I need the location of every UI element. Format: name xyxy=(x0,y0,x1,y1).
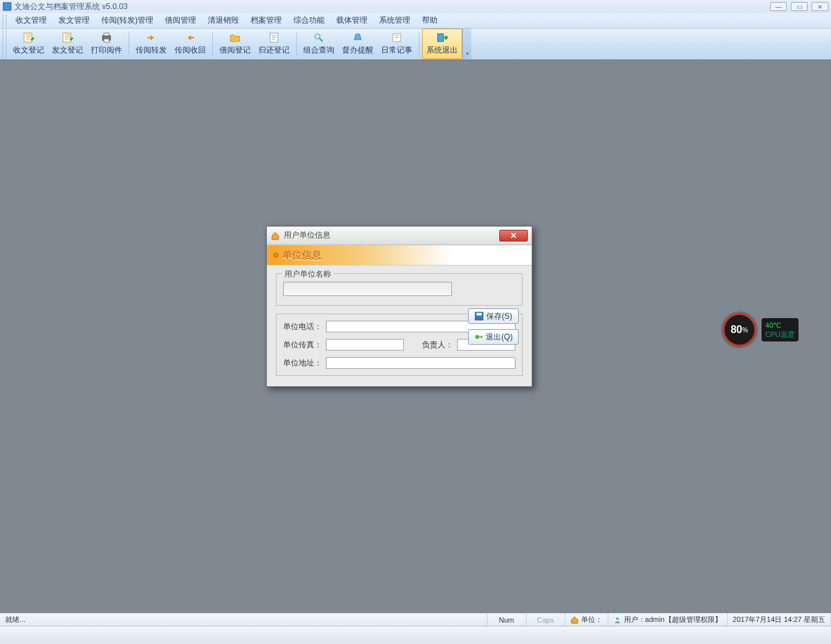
svg-point-12 xyxy=(475,335,479,339)
arrow-right-icon xyxy=(145,32,157,43)
toolbar: 收文登记 发文登记 打印阅件 传阅转发 传阅收回 借阅登记 归还登记 组合查询 … xyxy=(0,29,831,60)
toolbar-btn-return[interactable]: 归还登记 xyxy=(254,29,293,59)
section-header: 单位信息 xyxy=(267,245,532,266)
home-icon xyxy=(571,616,578,624)
home-icon xyxy=(271,231,280,240)
status-datetime: 2017年7月14日 14:27 星期五 xyxy=(728,613,831,626)
toolbar-btn-query[interactable]: 组合查询 xyxy=(299,29,338,59)
toolbar-label: 发文登记 xyxy=(52,45,83,56)
svg-point-7 xyxy=(315,34,320,39)
svg-rect-2 xyxy=(63,33,71,42)
toolbar-separator xyxy=(296,32,297,55)
toolbar-separator xyxy=(419,32,419,55)
menu-item[interactable]: 档案管理 xyxy=(245,13,287,28)
org-info-dialog: 用户单位信息 ✕ 单位信息 用户单位名称 保存(S) 退出(Q) xyxy=(266,226,532,387)
fieldset-legend: 用户单位名称 xyxy=(282,269,334,280)
toolbar-separator xyxy=(129,32,129,55)
menu-bar: 收文管理 发文管理 传阅(转发)管理 借阅管理 清退销毁 档案管理 综合功能 载… xyxy=(0,13,831,29)
toolbar-btn-diary[interactable]: 日常记事 xyxy=(377,29,416,59)
status-bar: 就绪... Num Caps 单位： 用户： admin【超级管理权限】 201… xyxy=(0,613,831,626)
menu-item[interactable]: 综合功能 xyxy=(288,13,330,28)
menu-item[interactable]: 借阅管理 xyxy=(160,13,201,28)
svg-point-13 xyxy=(616,617,619,620)
window-titlebar: 文迪公文与档案管理系统 v5.0.03 — ▭ ✕ xyxy=(0,0,831,13)
dialog-titlebar[interactable]: 用户单位信息 ✕ xyxy=(267,227,532,245)
cpu-temp-widget: 80% 40℃ CPU温度 xyxy=(723,313,799,347)
menu-item[interactable]: 传阅(转发)管理 xyxy=(96,13,158,28)
section-title: 单位信息 xyxy=(282,249,321,262)
status-user-label: 用户： xyxy=(624,615,645,625)
toolbar-label: 传阅收回 xyxy=(175,45,206,56)
fax-label: 单位传真： xyxy=(283,340,322,351)
status-caps: Caps xyxy=(527,613,565,626)
cpu-usage-ring: 80% xyxy=(723,313,756,347)
bell-icon xyxy=(352,32,364,43)
menu-item[interactable]: 发文管理 xyxy=(53,13,95,28)
org-name-input[interactable] xyxy=(283,282,452,296)
status-num: Num xyxy=(488,613,527,626)
svg-rect-5 xyxy=(104,39,109,42)
menu-item[interactable]: 收文管理 xyxy=(10,13,52,28)
toolbar-btn-print[interactable]: 打印阅件 xyxy=(87,29,126,59)
toolbar-btn-borrow[interactable]: 借阅登记 xyxy=(216,29,254,59)
toolbar-label: 收文登记 xyxy=(13,45,44,56)
toolbar-btn-recall[interactable]: 传阅收回 xyxy=(171,29,210,59)
bullet-icon xyxy=(273,253,279,258)
status-user-value: admin【超级管理权限】 xyxy=(645,615,722,625)
print-icon xyxy=(101,32,112,43)
cpu-pct: 80 xyxy=(730,324,742,336)
menu-item[interactable]: 载体管理 xyxy=(331,13,373,28)
status-user: 用户： admin【超级管理权限】 xyxy=(608,613,728,626)
toolbar-btn-exit[interactable]: 系统退出 xyxy=(422,29,462,59)
toolbar-grip xyxy=(3,29,6,59)
svg-rect-11 xyxy=(477,313,482,316)
toolbar-btn-forward[interactable]: 传阅转发 xyxy=(132,29,171,59)
toolbar-label: 借阅登记 xyxy=(219,45,251,56)
svg-rect-0 xyxy=(3,3,11,10)
exit-label: 退出(Q) xyxy=(486,332,512,343)
toolbar-label: 归还登记 xyxy=(258,45,290,56)
save-label: 保存(S) xyxy=(486,311,512,322)
toolbar-overflow[interactable]: ▾ xyxy=(462,29,471,59)
dialog-title: 用户单位信息 xyxy=(284,230,330,241)
exit-button[interactable]: 退出(Q) xyxy=(468,329,519,345)
cpu-temp: 40℃ xyxy=(765,321,795,330)
addr-input[interactable] xyxy=(326,357,515,369)
toolbar-separator xyxy=(212,32,213,55)
exit-icon xyxy=(474,332,483,341)
toolbar-btn-send-register[interactable]: 发文登记 xyxy=(48,29,87,59)
os-taskbar[interactable] xyxy=(0,626,831,644)
note-icon xyxy=(391,32,403,43)
toolbar-label: 打印阅件 xyxy=(91,45,122,56)
addr-label: 单位地址： xyxy=(283,358,322,369)
toolbar-btn-remind[interactable]: 督办提醒 xyxy=(338,29,377,59)
doc-pencil-icon xyxy=(23,32,34,43)
dialog-close-button[interactable]: ✕ xyxy=(499,230,528,242)
toolbar-btn-receive-register[interactable]: 收文登记 xyxy=(9,29,48,59)
toolbar-label: 日常记事 xyxy=(381,45,412,56)
search-icon xyxy=(313,32,325,43)
doc-icon xyxy=(268,32,280,43)
toolbar-label: 组合查询 xyxy=(303,45,334,56)
fax-input[interactable] xyxy=(326,339,404,351)
menu-item[interactable]: 帮助 xyxy=(417,13,443,28)
status-org: 单位： xyxy=(565,613,608,626)
toolbar-label: 督办提醒 xyxy=(342,45,373,56)
status-org-label: 单位： xyxy=(581,615,602,625)
svg-rect-1 xyxy=(24,33,32,42)
menu-item[interactable]: 清退销毁 xyxy=(203,13,244,28)
maximize-button[interactable]: ▭ xyxy=(791,2,808,11)
minimize-button[interactable]: — xyxy=(770,2,787,11)
save-button[interactable]: 保存(S) xyxy=(468,308,519,324)
app-icon xyxy=(3,2,12,11)
cpu-temp-label: CPU温度 xyxy=(765,330,795,339)
menu-item[interactable]: 系统管理 xyxy=(374,13,416,28)
window-title: 文迪公文与档案管理系统 v5.0.03 xyxy=(14,1,128,12)
exit-icon xyxy=(436,32,448,43)
phone-label: 单位电话： xyxy=(283,321,322,332)
user-icon xyxy=(614,616,621,624)
folder-icon xyxy=(229,32,241,43)
cpu-pct-suffix: % xyxy=(742,327,748,334)
save-icon xyxy=(475,312,484,321)
close-window-button[interactable]: ✕ xyxy=(812,2,828,11)
